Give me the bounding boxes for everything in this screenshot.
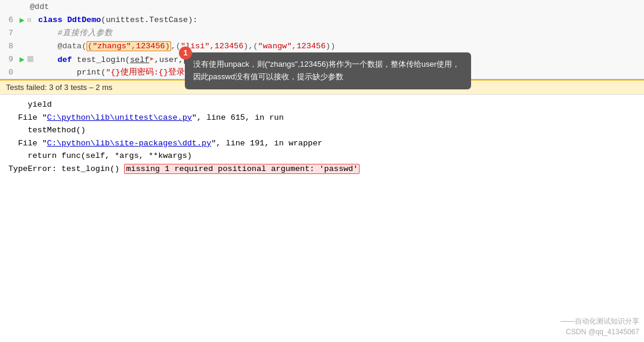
console-line: yield <box>8 98 636 111</box>
code-line: 6 ▶ ⊟ class DdtDemo(unittest.TestCase): <box>0 13 644 26</box>
line-number: 8 <box>0 42 17 51</box>
line-number: 7 <box>0 29 17 38</box>
error-highlight: missing 1 required positional argument: … <box>124 164 360 174</box>
main-container: @ddt 6 ▶ ⊟ class DdtDemo(unittest.TestCa… <box>0 0 644 342</box>
tooltip-bubble: 1 没有使用unpack，则("zhangs",123456)将作为一个数据，整… <box>185 52 471 89</box>
console-line: testMethod() <box>8 124 636 137</box>
line-number: 0 <box>0 68 17 77</box>
console-line: TypeError: test_login() missing 1 requir… <box>8 163 636 176</box>
console-line: File "C:\python\lib\unittest\case.py", l… <box>8 111 636 125</box>
watermark: ——自动化测试知识分享 CSDN @qq_41345067 <box>561 316 639 337</box>
code-text: class DdtDemo(unittest.TestCase): <box>36 15 197 24</box>
run-arrow[interactable]: ▶ <box>17 54 27 64</box>
fold-icon-empty <box>27 55 36 63</box>
tooltip-text: 没有使用unpack，则("zhangs",123456)将作为一个数据，整体传… <box>193 60 460 81</box>
console-line: File "C:\python\lib\site-packages\ddt.py… <box>8 137 636 150</box>
tooltip-number: 1 <box>179 46 192 60</box>
code-line: @ddt <box>0 0 644 13</box>
watermark-line1: ——自动化测试知识分享 <box>561 316 639 327</box>
line-number: 9 <box>0 55 17 64</box>
file-link-1[interactable]: C:\python\lib\unittest\case.py <box>47 113 192 122</box>
test-results-text: Tests failed: 3 of 3 tests – 2 ms <box>6 83 112 92</box>
line-number: 6 <box>0 15 17 24</box>
code-line: 8 @data(("zhangs",123456),("lisi",123456… <box>0 39 644 52</box>
console-line: return func(self, *args, **kwargs) <box>8 150 636 163</box>
tooltip-wrapper: 1 没有使用unpack，则("zhangs",123456)将作为一个数据，整… <box>185 52 471 89</box>
code-line: 7 #直接传入参数 <box>0 26 644 39</box>
code-text: @ddt <box>27 2 49 11</box>
console-area: yield File "C:\python\lib\unittest\case.… <box>0 95 644 342</box>
watermark-line2: CSDN @qq_41345067 <box>561 327 639 337</box>
fold-icon[interactable]: ⊟ <box>27 16 36 24</box>
code-text: #直接传入参数 <box>36 27 113 38</box>
run-arrow[interactable]: ▶ <box>17 15 27 25</box>
file-link-2[interactable]: C:\python\lib\site-packages\ddt.py <box>47 139 211 148</box>
code-editor: @ddt 6 ▶ ⊟ class DdtDemo(unittest.TestCa… <box>0 0 644 79</box>
